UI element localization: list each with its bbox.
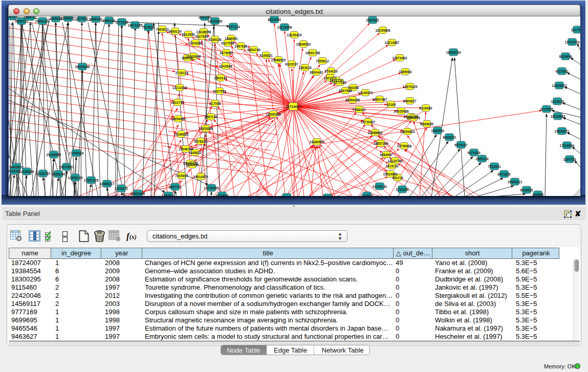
svg-text:20053346: 20053346: [75, 65, 90, 69]
svg-text:2055721: 2055721: [15, 19, 28, 23]
svg-text:5140993: 5140993: [186, 163, 199, 167]
svg-text:1371648: 1371648: [215, 194, 229, 196]
svg-text:6466100: 6466100: [102, 19, 116, 23]
svg-text:3449822: 3449822: [188, 151, 202, 155]
svg-text:1413614: 1413614: [360, 194, 374, 196]
svg-text:10688609: 10688609: [368, 131, 383, 135]
svg-text:12505135: 12505135: [68, 176, 83, 180]
svg-text:19654985: 19654985: [171, 117, 186, 121]
svg-text:9329996: 9329996: [559, 55, 572, 58]
svg-text:252214: 252214: [392, 176, 403, 180]
svg-text:15046766: 15046766: [179, 147, 193, 151]
svg-text:9434506: 9434506: [321, 196, 334, 196]
svg-text:17359924: 17359924: [69, 151, 84, 155]
svg-text:16154808: 16154808: [376, 29, 390, 32]
svg-text:12093872: 12093872: [552, 84, 567, 87]
svg-text:12923446: 12923446: [130, 192, 145, 195]
svg-text:12975125: 12975125: [403, 85, 418, 89]
svg-text:10507487: 10507487: [373, 98, 387, 101]
svg-text:13325419: 13325419: [287, 33, 302, 37]
svg-text:1071918: 1071918: [115, 20, 128, 24]
svg-text:18724007: 18724007: [285, 105, 301, 108]
svg-text:7485063: 7485063: [399, 70, 412, 74]
svg-text:9115460: 9115460: [420, 106, 432, 110]
svg-text:2967608: 2967608: [234, 45, 248, 48]
svg-text:989016: 989016: [182, 56, 193, 60]
svg-text:15720407: 15720407: [361, 120, 376, 124]
svg-text:16640910: 16640910: [296, 42, 311, 46]
svg-text:14120746: 14120746: [388, 159, 403, 163]
svg-text:20691406: 20691406: [35, 19, 50, 23]
svg-text:1167533: 1167533: [563, 158, 576, 161]
svg-text:2718119: 2718119: [176, 71, 188, 75]
svg-text:1292344: 1292344: [162, 194, 175, 196]
svg-text:19654923: 19654923: [400, 130, 415, 134]
svg-text:8912954: 8912954: [182, 33, 195, 36]
svg-text:9327508: 9327508: [221, 41, 234, 45]
svg-text:7357214: 7357214: [227, 25, 240, 29]
svg-text:3215955: 3215955: [540, 107, 553, 111]
svg-text:1603380: 1603380: [198, 16, 211, 19]
svg-text:19975857: 19975857: [59, 165, 74, 169]
svg-text:2087682: 2087682: [366, 18, 379, 22]
svg-text:15353594: 15353594: [199, 127, 213, 130]
svg-text:8813054: 8813054: [268, 18, 281, 21]
svg-text:10973493: 10973493: [393, 56, 407, 60]
svg-text:2803144: 2803144: [214, 76, 227, 80]
svg-text:5578334: 5578334: [194, 140, 207, 143]
svg-text:19756928: 19756928: [397, 144, 412, 148]
svg-text:15692971: 15692971: [555, 129, 570, 133]
svg-text:8186328: 8186328: [208, 38, 222, 41]
svg-text:7632621: 7632621: [488, 165, 501, 168]
svg-text:7625402: 7625402: [175, 174, 188, 178]
svg-text:14136141: 14136141: [373, 185, 387, 188]
svg-text:19218506: 19218506: [277, 26, 292, 29]
svg-text:7515526: 7515526: [142, 26, 155, 29]
svg-text:7663822: 7663822: [156, 28, 169, 31]
svg-text:13716485: 13716485: [204, 186, 219, 190]
svg-text:12342757: 12342757: [36, 172, 51, 176]
svg-text:1733426: 1733426: [396, 188, 409, 191]
svg-text:17016504: 17016504: [560, 144, 575, 147]
svg-text:1640954: 1640954: [431, 129, 444, 133]
svg-text:1545194: 1545194: [52, 172, 65, 176]
svg-text:6794024: 6794024: [324, 70, 338, 73]
svg-text:20364436: 20364436: [345, 98, 360, 102]
svg-text:9684067: 9684067: [380, 153, 393, 157]
svg-text:6899695: 6899695: [420, 122, 433, 126]
svg-text:19166825: 19166825: [174, 133, 189, 136]
svg-text:1244415: 1244415: [551, 100, 564, 103]
svg-text:10958117: 10958117: [100, 182, 115, 186]
svg-text:18807249: 18807249: [374, 142, 388, 145]
svg-text:8990443: 8990443: [310, 71, 323, 74]
svg-text:14914479: 14914479: [193, 175, 208, 179]
svg-text:14435001: 14435001: [9, 165, 24, 169]
svg-text:15588520: 15588520: [271, 58, 286, 62]
svg-text:10543362: 10543362: [188, 41, 203, 45]
svg-text:9227342: 9227342: [555, 70, 569, 73]
svg-text:17957225: 17957225: [84, 179, 99, 182]
svg-text:19524851: 19524851: [383, 172, 398, 176]
svg-text:13226058: 13226058: [197, 30, 211, 34]
svg-text:6497508: 6497508: [339, 89, 352, 93]
svg-text:6466160: 6466160: [89, 17, 102, 21]
svg-text:1117533: 1117533: [571, 28, 580, 32]
svg-text:1810755: 1810755: [171, 101, 184, 104]
svg-text:10671355: 10671355: [128, 24, 143, 27]
svg-text:9463627: 9463627: [403, 99, 417, 103]
svg-text:16961758: 16961758: [306, 51, 320, 55]
svg-text:7955812: 7955812: [316, 59, 329, 63]
svg-text:1527602: 1527602: [75, 17, 89, 20]
svg-text:6879197: 6879197: [454, 143, 468, 147]
svg-text:417008: 417008: [209, 102, 221, 105]
svg-text:3267130: 3267130: [204, 115, 217, 119]
svg-text:1546981: 1546981: [225, 37, 238, 40]
svg-text:1678275: 1678275: [115, 187, 128, 190]
svg-text:9245652: 9245652: [520, 188, 533, 192]
svg-text:9777169: 9777169: [333, 81, 346, 84]
svg-text:9427552: 9427552: [213, 90, 226, 93]
svg-text:10654112: 10654112: [508, 180, 522, 184]
svg-text:15751074: 15751074: [565, 40, 580, 44]
svg-text:924565: 924565: [532, 193, 543, 196]
svg-text:10653267: 10653267: [61, 16, 76, 20]
